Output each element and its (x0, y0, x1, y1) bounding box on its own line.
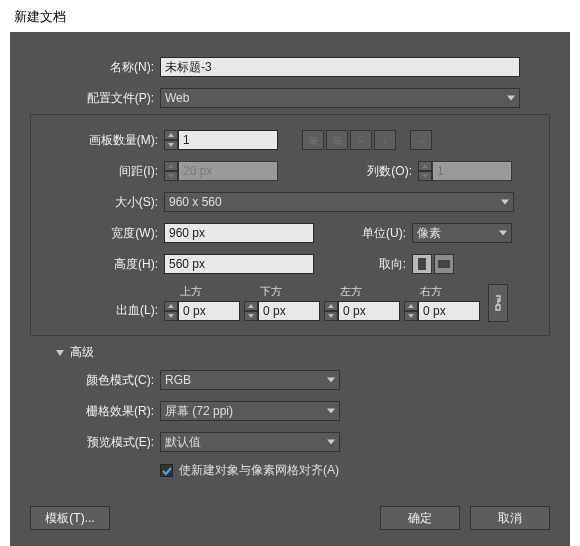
preview-mode-label: 预览模式(E): (30, 434, 160, 451)
align-pixel-checkbox[interactable] (160, 464, 173, 477)
chevron-down-icon (56, 350, 64, 356)
columns-input (432, 161, 512, 181)
chevron-down-icon (327, 378, 335, 383)
bleed-bottom-input[interactable] (258, 301, 320, 321)
chevron-down-icon (327, 440, 335, 445)
spinner-down-icon[interactable] (404, 311, 418, 321)
color-mode-label: 颜色模式(C): (30, 372, 160, 389)
preview-mode-select[interactable]: 默认值 (160, 432, 340, 452)
arrange-row-icon: ↔ (350, 130, 372, 150)
spinner-up-icon[interactable] (244, 301, 258, 311)
bleed-left-input[interactable] (338, 301, 400, 321)
advanced-disclosure[interactable]: 高级 (56, 344, 550, 361)
spinner-up-icon (164, 161, 178, 171)
profile-value: Web (165, 88, 189, 108)
templates-button[interactable]: 模板(T)... (30, 506, 110, 530)
spinner-up-icon (418, 161, 432, 171)
bleed-bottom-spinner[interactable] (244, 301, 320, 321)
chevron-down-icon (499, 231, 507, 236)
raster-effects-select[interactable]: 屏幕 (72 ppi) (160, 401, 340, 421)
bleed-top-label: 上方 (164, 284, 240, 299)
spinner-up-icon[interactable] (404, 301, 418, 311)
chevron-down-icon (501, 200, 509, 205)
spinner-up-icon[interactable] (164, 130, 178, 140)
columns-spinner (418, 161, 512, 181)
arrange-grid-col-icon: ⊟ (326, 130, 348, 150)
spinner-down-icon[interactable] (164, 140, 178, 150)
size-select[interactable]: 960 x 560 (164, 192, 514, 212)
orientation-landscape-button[interactable] (434, 254, 454, 274)
cancel-button[interactable]: 取消 (470, 506, 550, 530)
arrange-grid-row-icon: ⊞ (302, 130, 324, 150)
raster-effects-label: 栅格效果(R): (30, 403, 160, 420)
artboards-input[interactable] (178, 130, 278, 150)
spinner-up-icon[interactable] (164, 301, 178, 311)
spinner-down-icon[interactable] (324, 311, 338, 321)
artboards-spinner[interactable] (164, 130, 278, 150)
width-input[interactable] (164, 223, 314, 243)
color-mode-select[interactable]: RGB (160, 370, 340, 390)
spacing-input (178, 161, 278, 181)
bleed-right-label: 右方 (404, 284, 480, 299)
width-label: 宽度(W): (39, 225, 164, 242)
bleed-right-input[interactable] (418, 301, 480, 321)
profile-label: 配置文件(P): (30, 90, 160, 107)
artboards-label: 画板数量(M): (39, 132, 164, 149)
bleed-left-spinner[interactable] (324, 301, 400, 321)
bleed-top-spinner[interactable] (164, 301, 240, 321)
spinner-down-icon[interactable] (244, 311, 258, 321)
bleed-label: 出血(L): (39, 302, 164, 322)
height-label: 高度(H): (39, 256, 164, 273)
bleed-right-spinner[interactable] (404, 301, 480, 321)
ok-button[interactable]: 确定 (380, 506, 460, 530)
spinner-down-icon (164, 171, 178, 181)
raster-effects-value: 屏幕 (72 ppi) (165, 401, 233, 421)
size-value: 960 x 560 (169, 192, 222, 212)
name-label: 名称(N): (30, 59, 160, 76)
height-input[interactable] (164, 254, 314, 274)
units-value: 像素 (417, 223, 441, 243)
bleed-top-input[interactable] (178, 301, 240, 321)
spacing-label: 间距(I): (39, 163, 164, 180)
name-input[interactable] (160, 57, 520, 77)
spinner-up-icon[interactable] (324, 301, 338, 311)
bleed-bottom-label: 下方 (244, 284, 320, 299)
size-label: 大小(S): (39, 194, 164, 211)
spinner-down-icon[interactable] (164, 311, 178, 321)
units-select[interactable]: 像素 (412, 223, 512, 243)
dialog-title: 新建文档 (0, 0, 580, 34)
units-label: 单位(U): (344, 225, 412, 242)
chevron-down-icon (327, 409, 335, 414)
chevron-down-icon (507, 96, 515, 101)
link-bleed-icon[interactable] (488, 284, 508, 322)
orientation-label: 取向: (344, 256, 412, 273)
columns-label: 列数(O): (350, 163, 418, 180)
color-mode-value: RGB (165, 370, 191, 390)
orientation-portrait-button[interactable] (412, 254, 432, 274)
preview-mode-value: 默认值 (165, 432, 201, 452)
spinner-down-icon (418, 171, 432, 181)
profile-select[interactable]: Web (160, 88, 520, 108)
bleed-left-label: 左方 (324, 284, 400, 299)
arrange-col-icon: ↕ (374, 130, 396, 150)
align-pixel-label: 使新建对象与像素网格对齐(A) (179, 462, 339, 479)
spacing-spinner (164, 161, 278, 181)
advanced-label: 高级 (70, 344, 94, 361)
arrange-rtl-icon: → (410, 130, 432, 150)
